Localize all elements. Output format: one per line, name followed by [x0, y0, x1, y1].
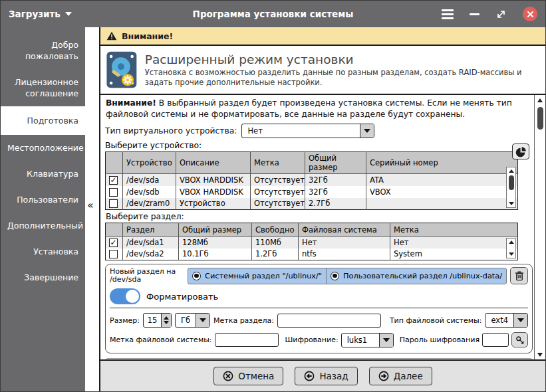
- back-label: Назад: [319, 371, 348, 381]
- fs-type-select[interactable]: ext4: [485, 313, 528, 328]
- radio-user-label: Пользовательский раздел /ublinux-data/: [343, 272, 502, 280]
- sidebar-item-license[interactable]: Лицензионное соглашение: [1, 69, 85, 106]
- main-scrollbar[interactable]: [534, 95, 545, 359]
- chevron-down-icon[interactable]: [379, 334, 393, 347]
- password-key-button[interactable]: [511, 332, 528, 347]
- hard-drive-icon: [106, 50, 138, 90]
- radio-user-partition[interactable]: Пользовательский раздел /ublinux-data/: [326, 268, 506, 284]
- sidebar-collapse-button[interactable]: «: [87, 199, 94, 211]
- device-checkbox[interactable]: ✓: [109, 176, 118, 185]
- stepper-arrows-icon[interactable]: [161, 314, 171, 327]
- scroll-down-icon[interactable]: [509, 252, 514, 256]
- chevron-down-icon: [65, 12, 72, 16]
- load-menu-button[interactable]: Загрузить: [9, 9, 72, 19]
- partition-row-sda1[interactable]: ✓ /dev/sda1 128Мб 110Мб Нет Нет: [106, 237, 518, 248]
- partition-checkbox[interactable]: ✓: [109, 239, 118, 247]
- sidebar-item-installation[interactable]: Установка: [1, 239, 85, 264]
- sidebar-item-users[interactable]: Пользователи: [1, 187, 85, 213]
- size-label: Размер:: [110, 316, 140, 325]
- virtual-device-label: Тип виртуального устройства:: [105, 126, 237, 136]
- encryption-select[interactable]: luks1: [341, 333, 394, 347]
- partition-label-input[interactable]: [277, 314, 381, 328]
- size-stepper[interactable]: 15: [143, 313, 172, 328]
- fs-type-label: Тип файловой системы:: [390, 316, 482, 325]
- load-menu-label: Загрузить: [9, 9, 61, 19]
- device-checkbox[interactable]: [109, 188, 118, 197]
- partition-table-header: Раздел Общий размер Свободно Файловая си…: [106, 223, 518, 237]
- partition-table: Раздел Общий размер Свободно Файловая си…: [105, 223, 518, 260]
- device-checkbox[interactable]: [109, 199, 118, 208]
- maximize-icon[interactable]: [495, 9, 507, 20]
- format-label: Форматировать: [146, 292, 218, 302]
- close-icon[interactable]: [523, 7, 537, 21]
- device-table: Устройство Описание Метка Общий размер С…: [105, 151, 518, 210]
- fs-type-value: ext4: [485, 314, 513, 327]
- radio-system-partition[interactable]: Системный раздел "/ublinux/": [188, 268, 326, 284]
- size-value: 15: [144, 314, 161, 327]
- next-button[interactable]: Далее: [369, 367, 432, 385]
- new-partition-panel: Новый раздел на /dev/sda Системный разде…: [105, 264, 533, 353]
- partition-label-label: Метка раздела:: [213, 316, 274, 325]
- minimize-icon[interactable]: [470, 13, 479, 15]
- new-partition-label: Новый раздел на /dev/sda: [110, 268, 184, 284]
- menu-icon[interactable]: [442, 9, 454, 19]
- select-device-label: Выберите устройство:: [105, 141, 202, 150]
- scroll-thumb[interactable]: [537, 107, 543, 130]
- back-icon: [304, 371, 315, 381]
- warning-triangle-icon: [106, 31, 117, 41]
- chevron-down-icon[interactable]: [196, 314, 209, 327]
- scroll-up-icon[interactable]: [509, 241, 514, 244]
- cancel-button[interactable]: Отмена: [213, 367, 283, 385]
- scroll-down-icon[interactable]: [537, 353, 543, 357]
- titlebar: Загрузить Программа установки системы: [1, 1, 545, 27]
- fs-label-input[interactable]: [215, 333, 279, 347]
- warning-bold: Внимание!: [106, 98, 156, 108]
- add-partition-button[interactable]: +: [105, 358, 533, 359]
- select-partition-label: Выберите раздел:: [106, 212, 529, 221]
- panel-divider: [110, 308, 528, 308]
- pie-chart-icon: [515, 146, 527, 157]
- settings-scroll-region: Внимание! В выбранный раздел будет произ…: [100, 94, 545, 361]
- partition-row-sda2[interactable]: /dev/sda2 10.1Гб 1.2Гб ntfs System: [106, 248, 518, 260]
- device-row-sdb[interactable]: /dev/sdb VBOX HARDDISK Отсутствует 32Гб …: [106, 186, 518, 198]
- sidebar-item-welcome[interactable]: Добро пожаловать: [1, 32, 85, 69]
- scroll-up-icon[interactable]: [537, 98, 543, 102]
- size-unit-select[interactable]: Гб: [175, 313, 210, 328]
- next-icon: [378, 371, 389, 381]
- radio-system-label: Системный раздел "/ublinux/": [205, 272, 322, 280]
- window-title: Программа установки системы: [155, 9, 391, 19]
- size-unit-value: Гб: [176, 314, 196, 327]
- device-row-zram0[interactable]: /dev/zram0 Устройство Отсутствует 2.7Гб: [106, 198, 518, 210]
- device-table-scrollbar[interactable]: [506, 167, 516, 208]
- sidebar-item-keyboard[interactable]: Клавиатура: [1, 161, 85, 187]
- device-row-sda[interactable]: ✓ /dev/sda VBOX HARDDISK Отсутствует 32Г…: [106, 174, 518, 186]
- sidebar-item-preparation[interactable]: Подготовка: [1, 106, 85, 135]
- scroll-thumb[interactable]: [509, 175, 514, 190]
- warning-banner-text: Внимание!: [122, 31, 173, 41]
- partition-table-scrollbar[interactable]: [506, 238, 516, 258]
- sidebar-item-finish[interactable]: Завершение: [1, 264, 85, 290]
- disk-usage-button[interactable]: [512, 144, 529, 159]
- footer-bar: Отмена Назад Далее: [100, 361, 545, 391]
- chevron-down-icon[interactable]: [360, 124, 374, 138]
- scroll-down-icon[interactable]: [509, 202, 514, 205]
- back-button[interactable]: Назад: [295, 367, 357, 385]
- partition-checkbox[interactable]: [109, 250, 118, 258]
- delete-partition-button[interactable]: [510, 267, 528, 284]
- radio-icon[interactable]: [331, 272, 339, 280]
- partition-role-group: Системный раздел "/ublinux/" Пользовател…: [188, 268, 507, 284]
- sidebar-item-location[interactable]: Местоположение: [1, 135, 85, 161]
- warning-rest: В выбранный раздел будет произведена уст…: [106, 98, 512, 119]
- format-toggle[interactable]: [110, 288, 140, 304]
- page-title: Расширенный режим установки: [145, 52, 539, 66]
- sidebar-item-additional[interactable]: Дополнительный: [1, 213, 85, 239]
- radio-icon[interactable]: [192, 272, 201, 280]
- scroll-up-icon[interactable]: [509, 169, 514, 173]
- sidebar-collapse-strip: «: [85, 27, 99, 391]
- chevron-down-icon[interactable]: [513, 314, 527, 327]
- encryption-password-input[interactable]: [482, 333, 509, 347]
- sidebar-nav: Добро пожаловать Лицензионное соглашение…: [1, 27, 85, 391]
- virtual-device-select[interactable]: Нет: [241, 124, 374, 138]
- content-area: Внимание!: [99, 27, 545, 391]
- key-icon: [515, 336, 525, 345]
